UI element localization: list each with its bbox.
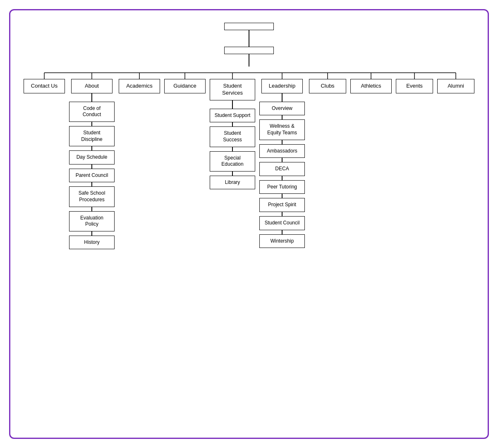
guidance-node[interactable]: Guidance (164, 79, 206, 93)
events-node[interactable]: Events (396, 79, 433, 93)
menu-node[interactable] (224, 47, 274, 54)
student-services-node[interactable]: Student Services (210, 79, 255, 100)
safe-school-node[interactable]: Safe School Procedures (69, 186, 115, 207)
top-item-events: Events (396, 79, 433, 93)
deca-node[interactable]: DECA (259, 162, 305, 176)
wellness-equity-node[interactable]: Wellness & Equity Teams (259, 119, 305, 140)
overview-node[interactable]: Overview (259, 102, 305, 116)
v-line-menu-top (249, 54, 249, 67)
top-item-student-services: Student Services Student Support Student… (210, 79, 255, 189)
ambassadors-node[interactable]: Ambassadors (259, 144, 305, 158)
top-item-alumni: Alumni (437, 79, 474, 93)
library-node[interactable]: Library (210, 176, 255, 190)
v-line-homepage-menu (249, 30, 249, 47)
services-children: Student Support Student Success Special … (210, 109, 255, 190)
eval-policy-node[interactable]: Evaluation Policy (69, 211, 115, 231)
outer-frame: Contact Us About Code of Conduct Student… (9, 9, 489, 439)
clubs-node[interactable]: Clubs (309, 79, 346, 93)
leadership-node[interactable]: Leadership (261, 79, 303, 93)
student-council-node[interactable]: Student Council (259, 216, 305, 230)
alumni-node[interactable]: Alumni (437, 79, 474, 93)
day-schedule-node[interactable]: Day Schedule (69, 150, 115, 164)
code-of-conduct-node[interactable]: Code of Conduct (69, 102, 115, 122)
top-item-clubs: Clubs (309, 79, 346, 93)
athletics-node[interactable]: Athletics (350, 79, 392, 93)
student-discipline-node[interactable]: Student Discipline (69, 126, 115, 146)
top-item-athletics: Athletics (350, 79, 392, 93)
special-education-node[interactable]: Special Education (210, 151, 255, 172)
history-node[interactable]: History (69, 236, 115, 250)
top-menu-row: Contact Us About Code of Conduct Student… (19, 67, 479, 249)
academics-node[interactable]: Academics (119, 79, 160, 93)
student-success-node[interactable]: Student Success (210, 126, 255, 147)
leadership-children: Overview Wellness & Equity Teams Ambassa… (259, 102, 305, 248)
top-item-guidance: Guidance (164, 79, 206, 93)
top-item-about: About Code of Conduct Student Discipline… (69, 79, 115, 249)
parent-council-node[interactable]: Parent Council (69, 169, 115, 183)
project-spirit-node[interactable]: Project Spirit (259, 198, 305, 212)
student-support-node[interactable]: Student Support (210, 109, 255, 123)
top-item-contact: Contact Us (24, 79, 65, 93)
v-about (91, 93, 92, 102)
tree-container: Contact Us About Code of Conduct Student… (19, 23, 479, 249)
top-item-academics: Academics (119, 79, 160, 93)
peer-tutoring-node[interactable]: Peer Tutoring (259, 180, 305, 194)
wintership-node[interactable]: Wintership (259, 234, 305, 248)
homepage-node[interactable] (224, 23, 274, 30)
about-node[interactable]: About (71, 79, 113, 93)
v-leadership (282, 93, 283, 102)
contact-us-node[interactable]: Contact Us (24, 79, 65, 93)
top-level-section: Contact Us About Code of Conduct Student… (19, 67, 479, 249)
about-children: Code of Conduct Student Discipline Day S… (69, 102, 115, 250)
v-services (232, 100, 233, 109)
top-item-leadership: Leadership Overview Wellness & Equity Te… (259, 79, 305, 248)
